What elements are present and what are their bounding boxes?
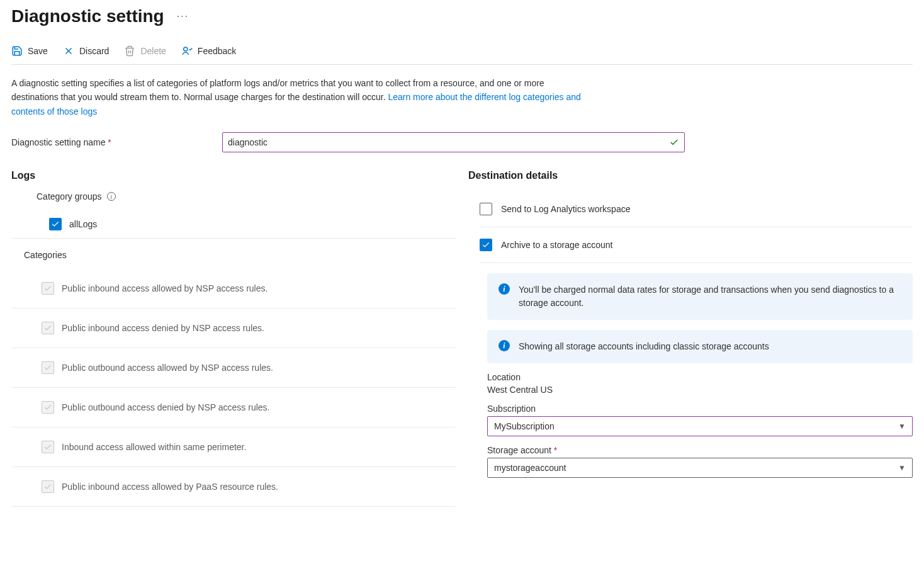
info-charge-box: i You'll be charged normal data rates fo… <box>487 273 913 320</box>
category-checkbox <box>42 480 54 493</box>
info-icon[interactable]: i <box>107 192 116 201</box>
archive-checkbox[interactable] <box>480 239 492 251</box>
category-label: Public inbound access denied by NSP acce… <box>62 323 264 333</box>
chevron-down-icon: ▼ <box>898 422 906 431</box>
alllogs-label: allLogs <box>69 219 97 229</box>
subscription-label: Subscription <box>487 404 913 414</box>
feedback-icon <box>181 45 193 57</box>
logs-column: Logs Category groups i allLogs Categorie… <box>11 170 456 507</box>
subscription-value: MySubscription <box>494 421 555 431</box>
category-label: Public inbound access allowed by NSP acc… <box>62 283 268 293</box>
category-checkbox <box>42 322 54 334</box>
more-icon[interactable]: ··· <box>177 11 189 22</box>
archive-label: Archive to a storage account <box>501 240 612 250</box>
storage-label: Storage account * <box>487 445 913 455</box>
category-label: Inbound access allowed within same perim… <box>62 442 246 452</box>
feedback-button[interactable]: Feedback <box>181 45 236 57</box>
category-groups-label: Category groups i <box>24 191 456 201</box>
location-label: Location <box>487 372 913 382</box>
discard-button[interactable]: Discard <box>63 45 109 57</box>
discard-label: Discard <box>79 46 109 56</box>
storage-select[interactable]: mystorageaccount ▼ <box>487 458 913 478</box>
logs-heading: Logs <box>11 170 456 181</box>
info-icon: i <box>499 283 510 295</box>
save-icon <box>11 45 23 57</box>
toolbar: Save Discard Delete Feedback <box>11 45 913 65</box>
category-checkbox <box>42 441 54 453</box>
description-text: A diagnostic setting specifies a list of… <box>11 76 590 118</box>
info-icon: i <box>499 340 510 351</box>
feedback-label: Feedback <box>198 46 236 56</box>
storage-value: mystorageaccount <box>494 463 566 473</box>
info-charge-text: You'll be charged normal data rates for … <box>519 283 901 310</box>
destination-heading: Destination details <box>468 170 913 181</box>
info-classic-text: Showing all storage accounts including c… <box>519 340 769 353</box>
delete-button: Delete <box>124 45 166 57</box>
close-icon <box>63 45 74 57</box>
save-label: Save <box>28 46 48 56</box>
diagnostic-name-input[interactable] <box>228 137 669 147</box>
alllogs-checkbox[interactable] <box>49 218 62 230</box>
category-label: Public inbound access allowed by PaaS re… <box>62 482 278 492</box>
svg-point-2 <box>184 47 188 51</box>
info-classic-box: i Showing all storage accounts including… <box>487 330 913 363</box>
category-checkbox <box>42 401 54 414</box>
save-button[interactable]: Save <box>11 45 48 57</box>
location-value: West Central US <box>487 385 913 395</box>
page-title: Diagnostic setting <box>11 6 164 26</box>
category-label: Public outbound access denied by NSP acc… <box>62 402 270 412</box>
diagnostic-name-input-wrap <box>222 132 685 152</box>
categories-label: Categories <box>11 250 456 260</box>
category-checkbox <box>42 361 54 374</box>
diagnostic-name-label: Diagnostic setting name * <box>11 137 222 147</box>
category-checkbox <box>42 282 54 295</box>
chevron-down-icon: ▼ <box>898 463 906 472</box>
category-label: Public outbound access allowed by NSP ac… <box>62 363 273 373</box>
send-la-checkbox[interactable] <box>480 203 492 215</box>
subscription-select[interactable]: MySubscription ▼ <box>487 416 913 436</box>
destination-column: Destination details Send to Log Analytic… <box>468 170 913 507</box>
check-icon <box>669 137 679 147</box>
delete-icon <box>124 45 135 57</box>
delete-label: Delete <box>140 46 166 56</box>
send-la-label: Send to Log Analytics workspace <box>501 204 630 214</box>
